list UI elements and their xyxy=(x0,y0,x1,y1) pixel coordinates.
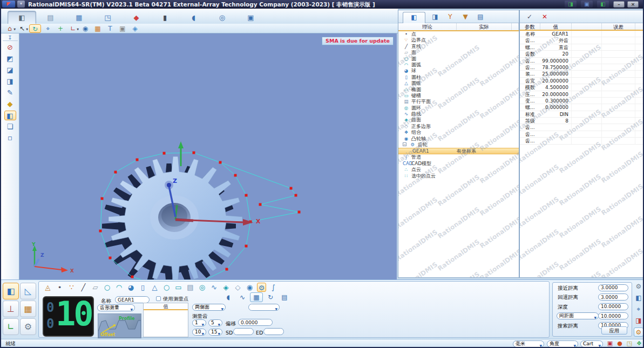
ribbon-tab[interactable]: ▤ xyxy=(36,11,65,24)
feature-button[interactable]: ▯ xyxy=(138,283,147,292)
monitor-pair-icon[interactable]: ▣ xyxy=(581,1,593,8)
param-row[interactable]: 齿数 20 xyxy=(520,51,644,57)
view-tool-button[interactable]: ∟ ▼ xyxy=(67,24,78,33)
apply-button[interactable]: 应用 xyxy=(601,326,627,335)
tree-item[interactable]: ◇ 正多边形 xyxy=(398,124,519,129)
pin-icon[interactable]: ↧ xyxy=(3,35,18,41)
ed-input[interactable] xyxy=(263,328,284,335)
tooth-select-1[interactable]: 1 xyxy=(192,319,206,326)
tree-item[interactable]: ◉ 凸轮轴 xyxy=(398,136,519,142)
param-row[interactable]: 变... 0.300000 xyxy=(520,98,644,104)
frame-red-icon[interactable]: ▣ xyxy=(606,340,614,347)
dock-side-button[interactable]: ◨ xyxy=(634,316,643,325)
feature-button[interactable]: ▭ xyxy=(174,283,183,292)
feature-button[interactable]: ○ xyxy=(162,283,171,292)
view-tool-button[interactable]: + xyxy=(55,24,66,33)
selection-tool-button[interactable]: ▫ xyxy=(4,133,16,143)
ribbon-tab[interactable]: ▦ xyxy=(65,11,93,24)
feature-button[interactable]: ▱ xyxy=(91,283,100,292)
tree-item[interactable]: △ 圆锥 xyxy=(398,80,519,86)
ribbon-tab[interactable]: ◆ xyxy=(122,11,151,24)
offset-input[interactable] xyxy=(238,319,273,326)
param-row[interactable]: 等级 8 xyxy=(520,118,644,124)
tree-item[interactable]: • 点 xyxy=(398,31,519,37)
view-tool-button[interactable]: T xyxy=(105,24,116,33)
selection-tool-button[interactable]: ❏ xyxy=(4,122,16,132)
tree-item[interactable]: ∿ 曲线 xyxy=(398,111,519,117)
value-column-header[interactable]: 值 xyxy=(540,23,572,30)
tree-item[interactable]: ○ 椭圆 xyxy=(398,87,519,93)
tooth-select-3[interactable]: 10 xyxy=(192,329,206,336)
feature-button[interactable]: ◎ xyxy=(198,283,207,292)
actual-column-header[interactable]: 实际 xyxy=(457,23,512,30)
param-row[interactable]: 压... 20.000000 xyxy=(520,91,644,98)
feature-button[interactable]: ◬ xyxy=(43,283,52,292)
feature-button[interactable]: △ xyxy=(150,283,159,292)
feature-button[interactable]: ∿ xyxy=(209,283,219,292)
view-tool-button[interactable]: ⌂ ▼ xyxy=(4,24,15,33)
feature-button[interactable]: ◈ xyxy=(221,283,231,292)
app-menu-icon[interactable]: ▾ xyxy=(17,1,25,8)
feature-button[interactable]: • xyxy=(55,283,64,292)
controller-green-icon[interactable]: ◧ xyxy=(597,1,609,8)
feature-button[interactable]: ▤ xyxy=(186,283,195,292)
dock-side-button[interactable]: ⚙ xyxy=(634,282,643,291)
param-row[interactable]: 齿... 99.000000 xyxy=(520,58,644,64)
tree-item[interactable]: GEAR1 有坐标系 xyxy=(398,148,519,154)
feature-button[interactable]: ◕ xyxy=(126,283,135,292)
param-row[interactable]: 名称 GEAR1 xyxy=(520,31,644,37)
ribbon-tab[interactable]: ▮ xyxy=(151,11,179,24)
tree-item[interactable]: ◠ 圆弧 xyxy=(398,62,519,68)
param-row[interactable]: 标准 DIN xyxy=(520,111,644,118)
measure-method-tab[interactable]: ∿ xyxy=(236,292,249,302)
mode-button[interactable]: ∟ xyxy=(3,318,19,335)
error-column-header[interactable]: 误差 xyxy=(602,23,635,30)
tree-item[interactable]: ◕ 球 xyxy=(398,68,519,74)
path-param-input[interactable] xyxy=(598,294,628,301)
view-tool-button[interactable]: ▦ xyxy=(92,24,103,33)
sma-update-button[interactable]: SMA is due for update xyxy=(322,37,394,45)
path-param-input[interactable] xyxy=(598,303,628,310)
param-row[interactable]: 模数 4.500000 xyxy=(520,84,644,91)
tooth-select-2[interactable]: 5 xyxy=(208,319,222,326)
tree-item[interactable]: ╱ 直线 xyxy=(398,44,519,50)
tree-item[interactable]: ∴ 点云 xyxy=(398,167,519,173)
units-select[interactable]: 毫米 xyxy=(513,340,544,347)
3d-viewport[interactable]: Z X SMA is due for update Y Z X xyxy=(19,33,397,279)
measure-method-tab[interactable]: ▤ xyxy=(278,292,291,302)
theory-column-header[interactable]: 理论 xyxy=(398,23,457,30)
tree-panel-tab[interactable]: ▼ xyxy=(460,12,471,22)
view-tool-button[interactable]: ◉ xyxy=(80,24,91,33)
path-param-input[interactable] xyxy=(598,312,628,319)
tree-item[interactable]: ▯ 圆柱 xyxy=(398,74,519,80)
dock-side-button[interactable]: ⚙ xyxy=(634,327,643,337)
selection-tool-button[interactable]: ◨ xyxy=(4,77,16,86)
feature-button[interactable]: ∵ xyxy=(67,283,76,292)
controller-icon[interactable]: ◨ xyxy=(565,1,577,8)
selection-tool-button[interactable]: ◪ xyxy=(4,65,16,75)
measure-method-tab[interactable]: ◖ xyxy=(222,292,235,302)
value-table[interactable]: 值 xyxy=(143,303,188,337)
measure-method-tab[interactable]: ▦ xyxy=(250,292,263,302)
tree-item[interactable]: ▤ 平行平面 xyxy=(398,99,519,105)
tree-item[interactable]: − ⚙ 齿轮 xyxy=(398,142,519,148)
tree-item[interactable]: ∵ 边界点 xyxy=(398,37,519,43)
param-row[interactable]: 齿... xyxy=(520,131,644,138)
param-panel-tab[interactable]: ✕ xyxy=(539,12,550,22)
feature-button[interactable]: ◠ xyxy=(114,283,124,292)
angle-units-select[interactable]: 角度 xyxy=(547,340,578,347)
tree-item[interactable]: ❖ 组合 xyxy=(398,129,519,135)
mode-button[interactable]: ◧ xyxy=(3,283,19,299)
tree-item[interactable]: ▭ 键槽 xyxy=(398,93,519,99)
selection-tool-button[interactable]: ◩ xyxy=(4,54,16,64)
selection-tool-button[interactable]: ◧ xyxy=(4,111,16,120)
use-measure-points-checkbox[interactable] xyxy=(156,296,161,301)
tree-panel-tab[interactable]: ◨ xyxy=(430,12,440,22)
feature-button[interactable]: ◇ xyxy=(233,283,242,292)
dock-side-button[interactable]: ⌖ xyxy=(634,305,643,314)
tree-item[interactable]: ◎ 圆环 xyxy=(398,105,519,111)
scatter-icon[interactable]: ❖ xyxy=(635,340,643,347)
param-row[interactable]: 齿... xyxy=(520,124,644,131)
param-row[interactable]: 螺... 直齿 xyxy=(520,44,644,51)
feature-button[interactable]: ⚙ xyxy=(257,283,266,292)
